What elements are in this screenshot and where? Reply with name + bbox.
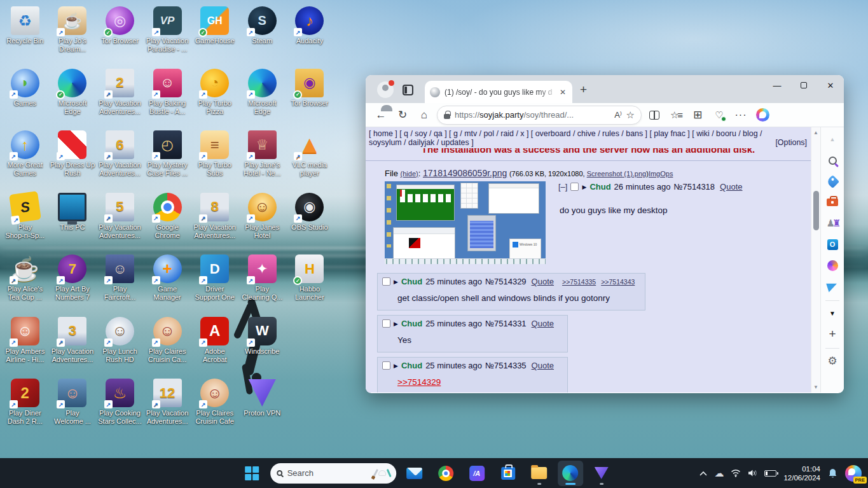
desktop-icon[interactable]: ↗ PlayCleaning Q... [238,249,286,312]
desktop-icon[interactable]: ↗ VLC mediaplayer [286,125,334,188]
add-sidebar-app-icon[interactable]: + [823,324,842,344]
tray-clock[interactable]: 01:04 12/06/2024 [783,464,820,482]
read-aloud-icon[interactable]: A) [614,110,621,120]
desktop-icon[interactable]: ↗ PlayFaircroft... [96,249,144,312]
workspaces-icon[interactable] [403,85,413,95]
desktop-icon[interactable]: ↗ Play AmbersAirline - Hi... [1,312,49,374]
post-number[interactable]: №7514318 [674,182,715,192]
desktop-icon[interactable]: ↗ Play TurboPizza [191,64,238,126]
desktop-icon[interactable]: ↗ Play VacationAdventures... [49,312,97,374]
desktop-icon[interactable]: ↗ More GreatGames [1,125,49,188]
desktop-icon[interactable]: ↗ Games [1,64,49,126]
op-thumbnail[interactable] [385,181,546,264]
desktop-icon[interactable]: ✓ GameHouse [191,1,238,64]
backlink[interactable]: >>7514335 [562,278,596,286]
desktop-icon[interactable]: ✓ Tor Browser [286,64,334,126]
favorite-star-icon[interactable]: ☆ [626,109,635,121]
desktop-icon[interactable]: ↗ Audacity [286,1,334,64]
outlook-icon[interactable]: O [823,235,842,254]
backlink[interactable]: >>7514343 [601,278,635,286]
drop-icon[interactable] [823,277,842,296]
quote-link[interactable]: Quote [532,277,554,286]
scroll-down-arrow[interactable]: ▼ [813,382,818,393]
desktop-icon[interactable]: ↗ PlayWelcome ... [49,373,97,436]
proton-vpn-icon[interactable] [589,461,614,486]
collections-icon[interactable]: ⊞ [689,106,706,124]
lock-icon[interactable] [444,114,450,119]
minimize-button[interactable]: — [764,75,790,95]
options-link[interactable]: [Options] [775,138,807,147]
profile-avatar-icon[interactable] [377,81,394,98]
desktop-icon[interactable]: ↗ Play MysteryCase Files ... [144,125,191,188]
quote-reply-link[interactable]: >>7514329 [397,377,441,387]
favorites-icon[interactable]: ☆≡ [667,106,685,124]
quote-link[interactable]: Quote [532,361,554,370]
desktop-icon[interactable]: ↗ Play Art ByNumbers 7 [49,249,97,312]
shopping-icon[interactable] [823,172,842,191]
browser-essentials-icon[interactable]: ♡ [710,106,728,124]
games-icon[interactable]: ♟♜ [823,214,842,233]
desktop-icon[interactable]: This PC [49,188,97,250]
new-tab-button[interactable]: + [580,83,587,97]
desktop-icon[interactable]: ✓ MicrosoftEdge [49,64,97,126]
collapse-link[interactable]: [–] [558,182,567,192]
tab-close-icon[interactable]: ✕ [558,88,567,97]
app-a-icon[interactable]: /A [464,461,490,486]
desktop-icon[interactable]: ↗ MicrosoftEdge [238,64,286,126]
browser-tab[interactable]: (1) /soy/ - do you guys like my d ✕ [425,81,572,103]
desktop-icon[interactable]: ↗ Play ClairesCruisin Cafe [191,373,238,436]
settings-more-icon[interactable]: ··· [732,106,750,124]
file-explorer-icon[interactable] [527,461,552,486]
file-name-link[interactable]: 1718149086059r.png [423,168,507,178]
desktop-icon[interactable]: ↗ Play Alice'sTea Cup ... [1,249,49,312]
desktop-icon[interactable]: ↗ Play VacationAdventures... [96,64,144,126]
sidebar-collapse-chevron-icon[interactable]: ▲ [823,130,842,149]
edge-app-icon[interactable] [558,461,583,486]
bing-search-icon[interactable] [823,151,842,170]
desktop-icon[interactable]: ↗ Play Jane'sHotel - Ne... [238,125,286,188]
desktop-icon[interactable]: ↗ Play VacationAdventures... [96,125,144,188]
desktop-icon[interactable]: ↗ GoogleChrome [144,188,191,250]
home-button[interactable]: ⌂ [415,106,433,124]
close-button[interactable]: ✕ [817,75,844,95]
url-text[interactable]: https://soyjak.party/soy/thread/... [455,110,610,120]
battery-icon[interactable] [764,470,776,477]
split-screen-icon[interactable] [645,106,663,124]
taskbar-search[interactable]: Search [270,463,396,484]
desktop-icon[interactable]: ✓ Tor Browser [96,1,144,64]
desktop-icon[interactable]: ↗ Play JanesHotel [238,188,286,250]
desktop-icon[interactable]: ✓ HabboLauncher [286,249,334,312]
customize-sidebar-icon[interactable]: ▼ [823,303,842,323]
scrollbar-thumb[interactable] [813,191,819,230]
quote-link[interactable]: Quote [532,319,554,328]
desktop-icon[interactable]: ↗ AdobeAcrobat [191,312,238,374]
page-scrollbar[interactable]: ▲ ▼ [811,127,820,393]
desktop-icon[interactable]: ↗ Play Dress UpRush [49,125,97,188]
start-button[interactable] [239,461,265,486]
desktop-icon[interactable]: ↗ Windscribe [238,312,286,374]
tools-icon[interactable] [823,193,842,212]
desktop-icon[interactable]: ↗ Play VacationAdventures... [96,188,144,250]
desktop-icon[interactable]: ↗ Proton VPN [238,373,286,436]
desktop-icon[interactable]: ↗ OBS Studio [286,188,334,250]
scroll-up-arrow[interactable]: ▲ [813,127,818,138]
imgops-link[interactable]: ImgOps [649,170,673,178]
post-checkbox[interactable] [382,319,390,328]
desktop-icon[interactable]: ↗ PlayShop-n-Sp... [1,188,49,250]
designer-icon[interactable] [823,256,842,275]
mail-app-icon[interactable] [402,461,427,486]
post-checkbox[interactable] [382,277,390,286]
quote-link[interactable]: Quote [720,182,742,192]
board-nav-links[interactable]: [ home ] [ q / soy / qa ] [ g / mtv / po… [369,129,781,147]
address-bar[interactable]: https://soyjak.party/soy/thread/... A) ☆ [437,106,642,125]
post-number[interactable]: №7514335 [485,361,527,370]
post-checkbox[interactable] [570,183,579,191]
tray-chevron-up-icon[interactable] [699,471,707,476]
post-checkbox[interactable] [382,361,390,370]
sidebar-settings-gear-icon[interactable]: ⚙ [823,351,842,370]
volume-icon[interactable] [748,469,757,477]
desktop-icon[interactable]: ↗ Play VacationAdventures... [144,373,191,436]
desktop-icon[interactable]: ↗ DriverSupport One [191,249,238,312]
onedrive-cloud-icon[interactable]: ☁ [714,468,724,479]
desktop-icon[interactable]: ↗ Play LunchRush HD [96,312,144,374]
